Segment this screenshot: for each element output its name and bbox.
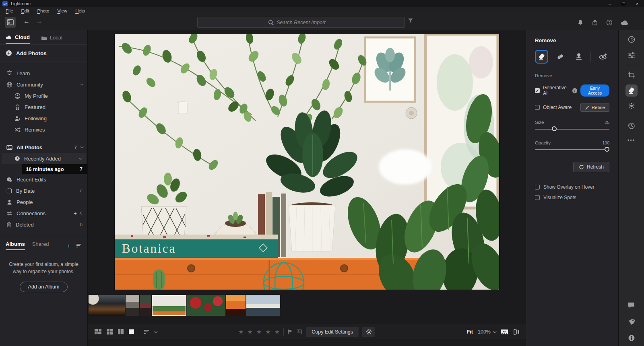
info-icon[interactable] <box>625 332 638 344</box>
remove-eraser-tool-button[interactable] <box>535 50 548 64</box>
compare-view-icon[interactable] <box>118 329 124 335</box>
more-tools-icon[interactable]: ••• <box>625 134 638 146</box>
grid-mosaic-view-icon[interactable] <box>94 329 102 335</box>
chevron-left-icon[interactable] <box>80 212 83 215</box>
sidebar-item-deleted[interactable]: Deleted 0 <box>0 219 87 230</box>
minimize-button[interactable]: – <box>603 0 617 7</box>
filmstrip-thumbnail[interactable] <box>226 295 246 316</box>
menu-edit[interactable]: Edit <box>17 8 33 13</box>
share-icon[interactable] <box>592 19 598 26</box>
edit-sliders-icon[interactable] <box>625 49 638 61</box>
photo-canvas[interactable]: Botanica <box>115 34 499 290</box>
close-button[interactable]: × <box>630 0 644 7</box>
filmstrip-thumbnail-selected[interactable] <box>152 295 186 316</box>
refine-button[interactable]: Refine <box>580 103 609 112</box>
help-icon[interactable]: ? <box>606 19 613 26</box>
visualize-spots-checkbox[interactable] <box>535 195 540 200</box>
early-access-badge[interactable]: Early Access <box>580 84 609 97</box>
star-rating-4[interactable]: ★ <box>265 328 270 336</box>
filmstrip-toggle-icon[interactable] <box>500 329 508 335</box>
notifications-bell-icon[interactable] <box>577 19 584 26</box>
tab-local[interactable]: Local <box>41 34 62 44</box>
maximize-button[interactable] <box>617 0 630 7</box>
tab-albums[interactable]: Albums <box>6 241 25 250</box>
history-versions-icon[interactable] <box>625 120 638 132</box>
sidebar-item-16-minutes-ago[interactable]: 16 minutes ago 7 <box>22 164 87 174</box>
tab-shared[interactable]: Shared <box>32 241 49 250</box>
add-photos-button[interactable]: Add Photos <box>0 45 87 62</box>
filmstrip-thumbnail[interactable] <box>89 295 125 316</box>
menu-view[interactable]: View <box>53 8 71 13</box>
chevron-down-icon[interactable] <box>154 330 157 333</box>
keywords-tag-icon[interactable] <box>625 316 638 328</box>
sort-order-icon[interactable] <box>144 330 150 334</box>
filmstrip-thumbnail[interactable] <box>126 295 139 316</box>
zoom-level-dropdown[interactable]: 100% <box>478 329 495 335</box>
sidebar-item-following[interactable]: Following <box>0 113 87 124</box>
chevron-down-icon[interactable] <box>80 145 83 148</box>
add-connection-icon[interactable]: + <box>74 210 77 216</box>
refresh-button[interactable]: Refresh <box>573 162 609 172</box>
filmstrip-thumbnail[interactable] <box>187 295 225 316</box>
sidebar-item-my-profile[interactable]: My Profile <box>0 90 87 101</box>
grid-square-view-icon[interactable] <box>106 329 113 335</box>
cloud-sync-icon[interactable] <box>621 20 629 25</box>
add-album-button[interactable]: Add an Album <box>20 282 68 292</box>
chevron-down-icon[interactable] <box>78 156 82 159</box>
menu-photo[interactable]: Photo <box>33 8 53 13</box>
star-rating-2[interactable]: ★ <box>247 328 252 336</box>
sidebar-item-remixes[interactable]: Remixes <box>0 124 87 135</box>
sidebar-item-community[interactable]: Community <box>0 79 87 90</box>
object-aware-checkbox[interactable] <box>535 105 540 110</box>
forward-arrow-button[interactable]: → <box>36 18 43 25</box>
filmstrip-thumbnail[interactable] <box>140 295 151 316</box>
split-view-icon[interactable] <box>513 329 520 335</box>
chevron-left-icon[interactable] <box>80 189 83 192</box>
flag-reject-icon[interactable] <box>297 329 302 335</box>
sort-icon[interactable] <box>76 243 82 248</box>
sidebar-item-featured[interactable]: Featured <box>0 101 87 113</box>
star-rating-5[interactable]: ★ <box>275 328 280 336</box>
crop-icon[interactable] <box>625 69 638 81</box>
sidebar-item-all-photos[interactable]: All Photos 7 <box>0 142 87 153</box>
copy-edit-settings-button[interactable]: Copy Edit Settings <box>306 327 359 337</box>
opacity-slider[interactable] <box>535 146 609 153</box>
tab-cloud[interactable]: Cloud <box>6 34 30 44</box>
menu-file[interactable]: File <box>2 8 17 13</box>
star-rating-3[interactable]: ★ <box>256 328 262 336</box>
flag-pick-icon[interactable] <box>287 329 293 335</box>
detail-view-icon[interactable] <box>128 329 134 335</box>
fit-button[interactable]: Fit <box>466 329 473 335</box>
sidebar-item-learn[interactable]: Learn <box>0 68 87 79</box>
red-eye-tool-button[interactable] <box>596 50 609 64</box>
size-slider-handle[interactable] <box>552 126 557 131</box>
opacity-slider-handle[interactable] <box>605 147 609 152</box>
search-input[interactable] <box>198 17 405 27</box>
chevron-down-icon[interactable] <box>80 82 83 85</box>
panels-icon <box>7 19 14 25</box>
heal-tool-button[interactable] <box>553 50 567 64</box>
remove-tool-icon-active[interactable] <box>625 84 638 97</box>
star-rating-1[interactable]: ★ <box>238 328 244 336</box>
filmstrip-thumbnail[interactable] <box>246 295 280 316</box>
masking-icon[interactable] <box>625 100 638 112</box>
sidebar-toggle-button[interactable] <box>5 17 16 28</box>
sidebar-item-by-date[interactable]: By Date <box>0 185 87 196</box>
info-icon[interactable]: i <box>572 88 577 93</box>
search-bar[interactable] <box>197 17 405 28</box>
comments-icon[interactable] <box>625 299 638 311</box>
adjust-presets-icon[interactable] <box>625 33 638 45</box>
settings-gear-icon[interactable] <box>362 327 375 337</box>
menu-help[interactable]: Help <box>71 8 89 13</box>
generative-ai-checkbox[interactable]: ✓ <box>535 88 540 93</box>
show-overlay-checkbox[interactable] <box>535 185 540 189</box>
sidebar-item-connections[interactable]: Connections + <box>0 208 87 219</box>
filter-icon[interactable] <box>407 18 414 24</box>
back-arrow-button[interactable]: ← <box>23 18 30 25</box>
sidebar-item-recent-edits[interactable]: Recent Edits <box>0 174 87 185</box>
size-slider[interactable] <box>535 126 609 132</box>
sidebar-item-recently-added[interactable]: Recently Added <box>2 153 86 164</box>
clone-tool-button[interactable] <box>572 50 585 64</box>
sidebar-item-people[interactable]: People <box>0 196 87 208</box>
add-album-icon[interactable]: + <box>67 243 70 249</box>
